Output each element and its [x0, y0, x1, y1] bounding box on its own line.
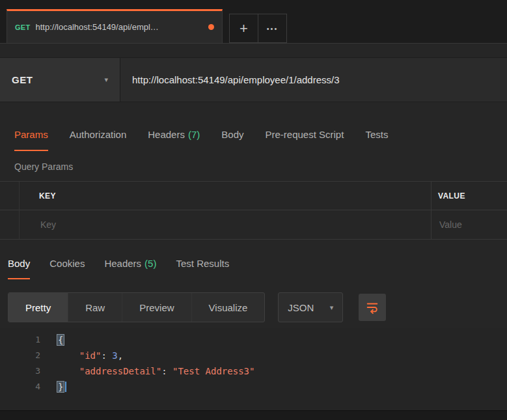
tab-title: http://localhost:54149/api/empl… — [36, 22, 203, 32]
chevron-down-icon: ▾ — [330, 303, 334, 312]
request-tab[interactable]: GET http://localhost:54149/api/empl… — [7, 9, 223, 43]
status-bar — [0, 410, 507, 420]
json-open-brace: { — [57, 335, 64, 345]
view-preview-button[interactable]: Preview — [122, 293, 191, 322]
json-number: 3 — [112, 350, 117, 361]
response-tab-body[interactable]: Body — [8, 248, 30, 279]
request-tabs: Params Authorization Headers (7) Body Pr… — [0, 119, 507, 151]
url-input-wrap — [120, 58, 507, 102]
view-mode-group: Pretty Raw Preview Visualize — [8, 292, 265, 322]
json-key: "addressDetail" — [79, 366, 161, 376]
value-input[interactable] — [438, 219, 507, 231]
tab-params-label: Params — [14, 129, 48, 140]
json-key: "id" — [79, 350, 102, 361]
value-column-header: VALUE — [438, 191, 465, 201]
postman-window: GET http://localhost:54149/api/empl… + •… — [0, 0, 507, 420]
json-close-brace: } — [57, 382, 64, 392]
cursor-caret — [65, 382, 66, 392]
row-gutter — [0, 210, 20, 239]
response-tab-body-label: Body — [8, 258, 30, 269]
line-number: 4 — [0, 379, 57, 395]
tab-tests-label: Tests — [365, 129, 388, 140]
key-column-header: KEY — [39, 191, 56, 201]
wrap-text-button[interactable] — [359, 294, 386, 321]
response-tab-headers[interactable]: Headers (5) — [104, 248, 156, 279]
headers-count-badge: (7) — [188, 129, 200, 140]
table-row — [0, 210, 507, 240]
view-raw-button[interactable]: Raw — [68, 293, 122, 322]
params-table: KEY VALUE — [0, 181, 507, 240]
url-builder-row: GET ▾ — [0, 57, 507, 102]
response-tab-test-results-label: Test Results — [176, 258, 229, 269]
tab-body-label: Body — [221, 129, 243, 140]
chevron-down-icon: ▾ — [104, 76, 108, 84]
line-number: 1 — [0, 332, 57, 348]
code-line: 2 "id": 3, — [0, 348, 507, 363]
tab-options-button[interactable]: ••• — [258, 14, 287, 43]
method-select[interactable]: GET ▾ — [0, 58, 120, 102]
code-line: 4 } — [0, 379, 507, 395]
tab-authorization-label: Authorization — [70, 129, 127, 140]
json-string: "Test Address3" — [172, 366, 254, 376]
query-params-title: Query Params — [14, 161, 507, 172]
response-tab-cookies-label: Cookies — [49, 258, 85, 269]
tab-method-badge: GET — [15, 23, 31, 31]
tab-headers-label: Headers — [148, 129, 185, 140]
response-tab-headers-label: Headers — [104, 258, 141, 269]
new-tab-button[interactable]: + — [229, 14, 258, 43]
tab-headers[interactable]: Headers (7) — [148, 119, 200, 151]
row-gutter — [0, 182, 20, 210]
tab-authorization[interactable]: Authorization — [70, 119, 127, 151]
line-number: 2 — [0, 348, 57, 363]
wrap-text-icon — [365, 300, 379, 315]
code-line: 3 "addressDetail": "Test Address3" — [0, 363, 507, 379]
key-input[interactable] — [39, 219, 431, 231]
response-view-toolbar: Pretty Raw Preview Visualize JSON ▾ — [8, 292, 507, 322]
response-headers-count-badge: (5) — [144, 258, 156, 269]
response-tab-cookies[interactable]: Cookies — [49, 248, 85, 279]
tab-params[interactable]: Params — [14, 119, 48, 151]
table-header-row: KEY VALUE — [0, 181, 507, 210]
language-select[interactable]: JSON ▾ — [278, 292, 343, 322]
code-line: 1 { — [0, 332, 507, 348]
language-label: JSON — [288, 302, 314, 313]
tab-pre-request-script-label: Pre-request Script — [266, 129, 344, 140]
tab-pre-request-script[interactable]: Pre-request Script — [266, 119, 344, 151]
tab-body[interactable]: Body — [221, 119, 243, 151]
view-visualize-button[interactable]: Visualize — [192, 293, 265, 322]
response-tabs: Body Cookies Headers (5) Test Results — [0, 248, 507, 279]
view-pretty-button[interactable]: Pretty — [8, 293, 68, 322]
tab-strip: GET http://localhost:54149/api/empl… + •… — [0, 0, 507, 44]
url-input[interactable] — [131, 74, 497, 86]
response-body-editor[interactable]: 1 { 2 "id": 3, 3 "addressDetail": "Test … — [0, 328, 507, 410]
line-number: 3 — [0, 363, 57, 379]
response-tab-test-results[interactable]: Test Results — [176, 248, 229, 279]
method-label: GET — [12, 74, 33, 85]
unsaved-dot-icon — [208, 24, 214, 30]
tab-tests[interactable]: Tests — [365, 119, 388, 151]
